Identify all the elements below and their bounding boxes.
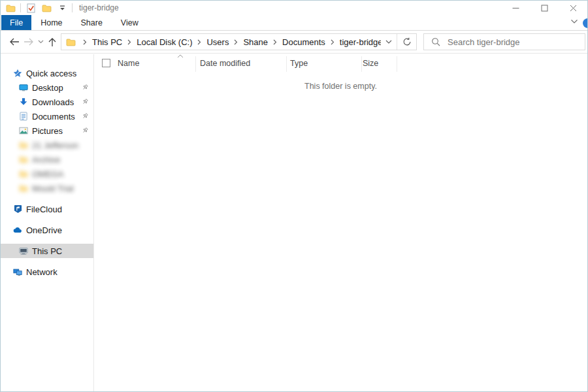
pin-icon [82,127,89,134]
select-all-checkbox[interactable] [102,59,110,67]
explorer-window: tiger-bridge File Home Share View [0,0,588,392]
downloads-icon [19,97,28,107]
folder-icon [19,169,28,179]
column-header-type[interactable]: Type [290,59,308,68]
close-button[interactable] [559,1,587,15]
search-input[interactable] [448,37,585,47]
address-folder-icon [61,38,80,46]
breadcrumb-chevron-icon[interactable] [270,39,280,45]
recent-locations-chevron-icon[interactable] [36,34,45,50]
sidebar-item-filecloud[interactable]: FileCloud [1,202,93,216]
back-button[interactable] [7,34,22,50]
empty-folder-message: This folder is empty. [94,82,587,91]
sidebar-item-label: Quick access [26,69,76,78]
ribbon-expand-chevron-icon[interactable] [570,19,578,24]
sidebar-item-label: FileCloud [26,204,62,214]
sidebar-item-quick-access[interactable]: Quick access [1,66,93,80]
sidebar-item-label: Mould Trial [32,184,74,193]
folder-icon [19,140,28,150]
breadcrumb-item-shane[interactable]: Shane [241,37,270,47]
pin-icon [82,98,89,105]
sidebar-item-label: Desktop [32,83,63,93]
onedrive-cloud-icon [13,225,22,235]
column-header-name[interactable]: Name [118,59,139,68]
desktop-icon [19,82,28,93]
minimize-button[interactable] [501,1,530,15]
sidebar-item-redacted-folder[interactable]: Mould Trial [1,181,93,195]
pictures-icon [19,125,28,136]
sidebar-item-label: Network [26,267,57,277]
sidebar-item-label: 21 Jefferson [32,140,78,150]
forward-button[interactable] [22,34,36,50]
help-icon[interactable] [583,18,587,28]
sidebar-item-onedrive[interactable]: OneDrive [1,223,93,237]
breadcrumb: This PC Local Disk (C:) Users Shane Docu… [90,34,381,50]
column-header-date-modified[interactable]: Date modified [200,59,250,68]
sidebar-item-label: Downloads [32,97,74,107]
address-dropdown-chevron-icon[interactable] [381,34,397,50]
documents-icon [19,111,28,122]
breadcrumb-chevron-icon[interactable] [194,39,204,45]
qat-new-folder-button[interactable] [41,2,52,14]
sidebar-item-documents[interactable]: Documents [1,109,93,123]
navigation-pane: Quick access Desktop Downloads [1,54,94,391]
sidebar-item-label: This PC [32,246,62,256]
filecloud-icon [13,204,22,214]
sidebar-item-label: Documents [32,112,75,122]
breadcrumb-item-users[interactable]: Users [204,37,231,47]
sidebar-item-downloads[interactable]: Downloads [1,95,93,109]
breadcrumb-item-local-disk-c[interactable]: Local Disk (C:) [135,37,194,47]
tab-view[interactable]: View [112,15,148,30]
search-icon [431,37,440,46]
tab-home[interactable]: Home [31,15,71,30]
sidebar-item-pictures[interactable]: Pictures [1,123,93,138]
breadcrumb-chevron-icon[interactable] [327,39,338,45]
column-header-size[interactable]: Size [363,59,378,68]
breadcrumb-chevron-icon[interactable] [80,39,90,45]
breadcrumb-chevron-icon[interactable] [124,39,135,45]
maximize-button[interactable] [530,1,559,15]
search-box[interactable] [423,33,585,50]
window-title: tiger-bridge [79,3,119,12]
column-header-row: Name Date modified Type Size [94,54,587,74]
pin-icon [82,112,89,120]
titlebar-separator [20,3,21,12]
column-separator[interactable] [397,56,397,72]
breadcrumb-item-documents[interactable]: Documents [280,37,327,47]
sidebar-item-network[interactable]: Network [1,265,93,279]
sidebar-item-label: OMEGA [32,169,63,179]
breadcrumb-item-tiger-bridge[interactable]: tiger-bridge [338,37,381,47]
up-button[interactable] [45,34,59,50]
title-bar: tiger-bridge [1,1,587,15]
folder-icon [19,154,28,165]
sidebar-item-label: OneDrive [26,225,62,235]
qat-customize-button[interactable] [56,2,68,14]
sidebar-item-label: Archive [32,155,60,165]
column-separator[interactable] [195,56,196,72]
column-separator[interactable] [286,56,287,72]
breadcrumb-chevron-icon[interactable] [231,39,241,45]
sidebar-item-this-pc[interactable]: This PC [1,244,93,258]
network-icon [13,267,22,277]
sidebar-item-label: Pictures [32,126,63,136]
refresh-button[interactable] [397,34,416,50]
pin-icon [82,84,89,91]
address-bar[interactable]: This PC Local Disk (C:) Users Shane Docu… [61,33,417,50]
tab-file[interactable]: File [1,15,31,30]
qat-properties-button[interactable] [25,2,37,14]
sidebar-item-redacted-folder[interactable]: 21 Jefferson [1,138,93,152]
sidebar-item-redacted-folder[interactable]: Archive [1,152,93,167]
quick-access-star-icon [13,68,22,78]
navigation-bar: This PC Local Disk (C:) Users Shane Docu… [1,31,587,54]
sidebar-item-redacted-folder[interactable]: OMEGA [1,167,93,181]
sort-ascending-icon[interactable] [177,54,184,58]
titlebar-separator [72,3,73,12]
breadcrumb-item-this-pc[interactable]: This PC [90,37,124,47]
ribbon-tab-bar: File Home Share View [1,15,587,31]
tab-share[interactable]: Share [72,15,112,30]
column-separator[interactable] [361,56,362,72]
this-pc-icon [19,246,28,256]
folder-icon [19,183,28,193]
app-folder-icon [5,2,16,14]
sidebar-item-desktop[interactable]: Desktop [1,80,93,95]
